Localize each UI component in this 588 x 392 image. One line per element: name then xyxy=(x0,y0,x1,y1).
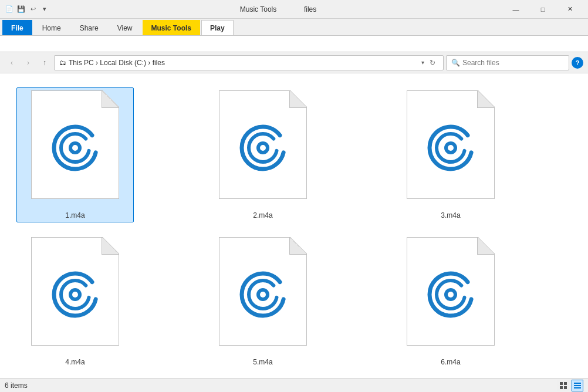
main-content: 1.m4a 2.m4a xyxy=(0,73,588,378)
svg-point-23 xyxy=(448,292,454,298)
window-controls: — □ ✕ xyxy=(502,0,583,19)
file-item[interactable]: 5.m4a xyxy=(204,234,322,369)
search-icon: 🔍 xyxy=(451,59,460,67)
search-input[interactable] xyxy=(462,59,564,67)
ribbon-context-label: Music Tools xyxy=(240,5,276,13)
file-page-content xyxy=(407,238,494,345)
m4a-music-icon xyxy=(49,121,102,174)
minimize-button[interactable]: — xyxy=(502,0,529,19)
app-icon-3: ↩ xyxy=(28,5,38,14)
up-button[interactable]: ↑ xyxy=(38,56,52,70)
file-icon-wrapper xyxy=(216,237,310,354)
tab-music-tools[interactable]: Music Tools xyxy=(143,20,200,35)
file-page-icon xyxy=(31,90,119,199)
app-icon-1: 📄 xyxy=(5,5,14,14)
file-page-content xyxy=(407,91,494,198)
file-item[interactable]: 3.m4a xyxy=(392,87,509,222)
ribbon-content xyxy=(0,35,588,52)
svg-point-15 xyxy=(72,292,78,298)
m4a-music-icon xyxy=(424,121,477,174)
file-item[interactable]: 6.m4a xyxy=(392,234,509,369)
svg-rect-28 xyxy=(574,383,581,384)
svg-rect-27 xyxy=(564,386,567,389)
forward-button[interactable]: › xyxy=(21,56,35,70)
file-page-icon xyxy=(219,237,307,346)
file-icon-wrapper xyxy=(404,237,498,354)
address-dropdown-icon[interactable]: ▾ xyxy=(421,59,424,66)
title-bar-icons: 📄 💾 ↩ ▾ xyxy=(5,5,49,14)
file-page-content xyxy=(32,238,119,345)
tab-play[interactable]: Play xyxy=(201,20,234,35)
files-grid: 1.m4a 2.m4a xyxy=(12,83,576,374)
svg-rect-29 xyxy=(574,385,581,386)
file-item[interactable]: 1.m4a xyxy=(16,87,134,222)
search-box[interactable]: 🔍 xyxy=(446,55,569,70)
window-title: Music Tools files xyxy=(54,5,502,13)
ribbon: File Home Share View Music Tools Play xyxy=(0,19,588,52)
tab-file[interactable]: File xyxy=(2,20,32,35)
address-folder-icon: 🗂 xyxy=(59,59,66,67)
app-name-label: files xyxy=(304,5,316,13)
file-page-icon xyxy=(407,90,495,199)
file-name-label: 6.m4a xyxy=(441,358,460,366)
m4a-music-icon xyxy=(49,268,102,321)
file-name-label: 3.m4a xyxy=(441,211,460,219)
file-name-label: 2.m4a xyxy=(253,211,272,219)
svg-rect-30 xyxy=(574,387,581,388)
file-name-label: 1.m4a xyxy=(65,211,85,219)
large-icons-view-button[interactable] xyxy=(557,380,569,391)
file-page-icon xyxy=(407,237,495,346)
svg-point-7 xyxy=(260,145,266,151)
file-name-label: 5.m4a xyxy=(253,358,272,366)
file-page-icon xyxy=(219,90,307,199)
status-item-count: 6 items xyxy=(5,381,553,390)
title-bar: 📄 💾 ↩ ▾ Music Tools files — □ ✕ xyxy=(0,0,588,19)
svg-rect-26 xyxy=(560,386,563,389)
nav-bar: ‹ › ↑ 🗂 This PC › Local Disk (C:) › file… xyxy=(0,52,588,73)
tab-share[interactable]: Share xyxy=(71,20,107,35)
m4a-music-icon xyxy=(236,268,289,321)
file-icon-wrapper xyxy=(404,90,498,208)
tab-home[interactable]: Home xyxy=(33,20,70,35)
file-icon-wrapper xyxy=(28,90,122,208)
file-page-content xyxy=(32,91,119,198)
file-item[interactable]: 2.m4a xyxy=(204,87,322,222)
file-page-content xyxy=(219,91,306,198)
svg-point-19 xyxy=(260,292,266,298)
svg-point-3 xyxy=(72,145,78,151)
svg-point-11 xyxy=(448,145,454,151)
file-icon-wrapper xyxy=(28,237,122,354)
file-page-content xyxy=(219,238,306,345)
dropdown-arrow-icon[interactable]: ▾ xyxy=(40,5,49,14)
tab-view[interactable]: View xyxy=(109,20,141,35)
details-view-button[interactable] xyxy=(572,380,583,391)
file-icon-wrapper xyxy=(216,90,310,208)
back-button[interactable]: ‹ xyxy=(5,56,19,70)
m4a-music-icon xyxy=(424,268,477,321)
maximize-button[interactable]: □ xyxy=(529,0,556,19)
close-button[interactable]: ✕ xyxy=(556,0,583,19)
app-icon-2: 💾 xyxy=(16,5,26,14)
address-text: This PC › Local Disk (C:) › files xyxy=(69,59,419,67)
file-name-label: 4.m4a xyxy=(65,358,85,366)
svg-rect-24 xyxy=(560,382,563,385)
svg-rect-25 xyxy=(564,382,567,385)
address-bar[interactable]: 🗂 This PC › Local Disk (C:) › files ▾ ↻ xyxy=(54,55,444,70)
help-button[interactable]: ? xyxy=(572,57,583,69)
file-item[interactable]: 4.m4a xyxy=(16,234,134,369)
refresh-button[interactable]: ↻ xyxy=(427,57,438,69)
ribbon-tabs: File Home Share View Music Tools Play xyxy=(0,19,588,35)
file-page-icon xyxy=(31,237,119,346)
status-bar: 6 items xyxy=(0,378,588,392)
m4a-music-icon xyxy=(236,121,289,174)
view-icons xyxy=(557,380,583,391)
